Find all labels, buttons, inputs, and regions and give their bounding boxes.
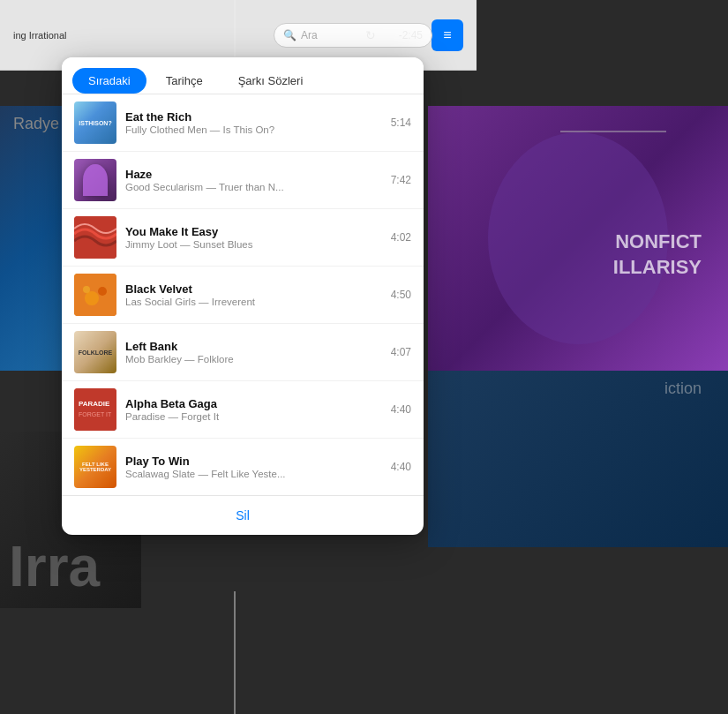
song-info: Black VelvetLas Social Girls — Irreveren… [125,282,382,307]
queue-button[interactable]: ≡ [432,19,463,51]
song-art [74,274,116,316]
song-title: You Make It Easy [125,225,382,238]
song-duration: 4:50 [391,289,411,301]
song-item[interactable]: You Make It EasyJimmy Loot — Sunset Blue… [62,209,424,267]
song-info: You Make It EasyJimmy Loot — Sunset Blue… [125,225,382,250]
song-info: Alpha Beta GagaParadise — Forget It [125,397,382,422]
song-title: Alpha Beta Gaga [125,397,382,410]
song-title: Play To Win [125,455,382,468]
song-title: Eat the Rich [125,110,382,124]
song-subtitle: Las Social Girls — Irreverent [125,297,382,307]
svg-rect-5 [74,388,116,431]
search-placeholder: Ara [301,29,318,41]
queue-icon: ≡ [443,28,451,42]
song-list: ISTHISON?Eat the RichFully Clothed Men —… [62,94,424,495]
song-item[interactable]: Black VelvetLas Social Girls — Irreveren… [62,267,424,324]
song-art: FOLKLORE [74,331,116,373]
song-info: Left BankMob Barkley — Folklore [125,340,382,365]
song-info: Play To WinScalawag Slate — Felt Like Ye… [125,455,382,479]
song-duration: 4:40 [391,403,411,416]
tab-siradaki[interactable]: Sıradaki [72,68,146,94]
song-item[interactable]: ISTHISON?Eat the RichFully Clothed Men —… [62,94,424,152]
song-art: ISTHISON? [74,101,116,144]
svg-text:FORGET IT: FORGET IT [79,411,112,417]
song-subtitle: Fully Clothed Men — Is This On? [125,124,382,135]
song-art [74,159,116,201]
svg-point-3 [98,287,107,296]
song-duration: 4:02 [391,231,411,244]
song-duration: 4:07 [391,346,411,358]
song-info: Eat the RichFully Clothed Men — Is This … [125,110,382,135]
svg-point-2 [85,291,99,305]
queue-panel: SıradakiTarihçeŞarkı Sözleri ISTHISON?Ea… [62,57,424,535]
indicator-line-right [560,131,666,132]
song-subtitle: Scalawag Slate — Felt Like Yeste... [125,469,382,479]
search-icon: 🔍 [283,29,296,41]
song-subtitle: Jimmy Loot — Sunset Blues [125,239,382,250]
song-duration: 4:40 [391,461,411,473]
song-title: Haze [125,168,382,181]
tab-sarki-sozleri[interactable]: Şarkı Sözleri [222,68,319,94]
svg-text:PARADIE: PARADIE [79,400,110,408]
song-title: Left Bank [125,340,382,353]
song-item[interactable]: HazeGood Secularism — Truer than N...7:4… [62,152,424,209]
irra-text: Irra [0,525,109,608]
song-duration: 7:42 [391,174,411,186]
delete-button[interactable]: Sil [62,495,424,535]
song-subtitle: Paradise — Forget It [125,411,382,422]
search-bar[interactable]: 🔍 Ara [274,23,432,48]
song-art [74,216,116,259]
song-subtitle: Good Secularism — Truer than N... [125,182,382,192]
svg-point-4 [83,286,90,293]
song-subtitle: Mob Barkley — Folklore [125,354,382,365]
song-item[interactable]: FELT LIKE YESTERDAYPlay To WinScalawag S… [62,439,424,495]
tab-tarihce[interactable]: Tarihçe [150,68,219,94]
song-art: FELT LIKE YESTERDAY [74,446,116,488]
fiction-bg-text: iction [664,380,702,398]
song-item[interactable]: FOLKLORELeft BankMob Barkley — Folklore4… [62,324,424,381]
nonfiction-bg-text: NONFICTILLARISY [613,229,702,280]
song-info: HazeGood Secularism — Truer than N... [125,168,382,192]
song-title: Black Velvet [125,282,382,296]
song-item[interactable]: PARADIEFORGET ITAlpha Beta GagaParadise … [62,381,424,439]
indicator-line-bottom [234,591,236,714]
tab-bar: SıradakiTarihçeŞarkı Sözleri [62,57,424,94]
song-duration: 5:14 [391,116,411,129]
song-art: PARADIEFORGET IT [74,388,116,431]
